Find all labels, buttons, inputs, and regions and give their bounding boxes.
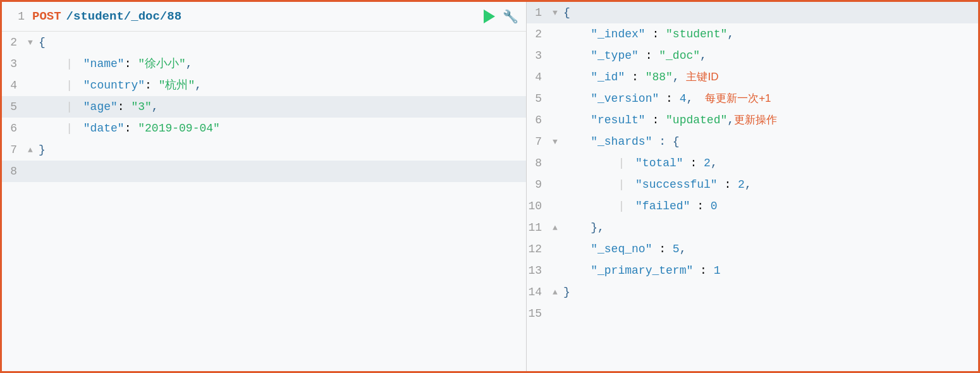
fold-indicator xyxy=(549,238,561,260)
line-number: 8 xyxy=(2,161,25,182)
line-number: 14 xyxy=(527,281,549,303)
line-number: 12 xyxy=(527,238,549,260)
fold-indicator[interactable]: ▲ xyxy=(25,139,36,161)
code-content: } xyxy=(561,281,978,303)
line-number: 2 xyxy=(527,23,549,45)
left-code-lines: 2▼{3 | "name": "徐小小",4 | "country": "杭州"… xyxy=(2,32,526,371)
left-line-2: 2▼{ xyxy=(2,32,526,53)
code-content: "_version" : 4, 每更新一次+1 xyxy=(561,88,978,109)
code-content: "_seq_no" : 5, xyxy=(561,238,978,260)
annotation: 每更新一次+1 xyxy=(693,88,771,109)
right-code-area: 1▼{2 "_index" : "student",3 "_type" : "_… xyxy=(527,2,978,371)
code-content: }, xyxy=(561,217,978,238)
fold-indicator xyxy=(549,23,561,45)
line-number: 2 xyxy=(2,32,25,53)
line-number: 15 xyxy=(527,303,549,324)
left-toolbar: 1 POST /student/_doc/88 🔧 xyxy=(2,2,526,32)
line-number: 6 xyxy=(527,109,549,131)
wrench-icon[interactable]: 🔧 xyxy=(503,9,518,25)
code-content: | "failed" : 0 xyxy=(561,195,978,217)
code-content: "_primary_term" : 1 xyxy=(561,260,978,281)
code-content: { xyxy=(561,2,978,23)
left-line-6: 6 | "date": "2019-09-04" xyxy=(2,118,526,139)
fold-indicator xyxy=(549,152,561,174)
code-content: | "total" : 2, xyxy=(561,152,978,174)
toolbar-line-number: 1 xyxy=(9,6,32,27)
fold-indicator[interactable]: ▼ xyxy=(549,2,561,23)
left-code-area: 2▼{3 | "name": "徐小小",4 | "country": "杭州"… xyxy=(2,32,526,371)
fold-indicator xyxy=(25,96,36,118)
code-content: } xyxy=(36,139,526,161)
line-number: 4 xyxy=(527,66,549,88)
right-line-12: 12 "_seq_no" : 5, xyxy=(527,238,978,260)
line-number: 9 xyxy=(527,174,549,195)
line-number: 7 xyxy=(2,139,25,161)
fold-indicator[interactable]: ▼ xyxy=(25,32,36,53)
right-line-15: 15 xyxy=(527,303,978,324)
main-container: 1 POST /student/_doc/88 🔧 2▼{3 | "name":… xyxy=(2,2,978,371)
line-number: 3 xyxy=(527,45,549,66)
fold-indicator xyxy=(549,260,561,281)
right-line-3: 3 "_type" : "_doc", xyxy=(527,45,978,66)
line-number: 7 xyxy=(527,131,549,152)
code-content: "result" : "updated",更新操作 xyxy=(561,109,978,131)
fold-indicator xyxy=(549,45,561,66)
right-line-6: 6 "result" : "updated",更新操作 xyxy=(527,109,978,131)
fold-indicator[interactable]: ▲ xyxy=(549,217,561,238)
fold-indicator xyxy=(549,109,561,131)
right-line-9: 9 | "successful" : 2, xyxy=(527,174,978,195)
annotation: 更新操作 xyxy=(734,109,777,131)
right-line-8: 8 | "total" : 2, xyxy=(527,152,978,174)
right-line-14: 14▲} xyxy=(527,281,978,303)
code-content: { xyxy=(36,32,526,53)
right-line-13: 13 "_primary_term" : 1 xyxy=(527,260,978,281)
fold-indicator xyxy=(25,75,36,96)
right-line-7: 7▼ "_shards" : { xyxy=(527,131,978,152)
fold-indicator xyxy=(25,53,36,75)
right-line-10: 10 | "failed" : 0 xyxy=(527,195,978,217)
request-url: /student/_doc/88 xyxy=(66,9,181,23)
right-line-5: 5 "_version" : 4, 每更新一次+1 xyxy=(527,88,978,109)
code-content: | "name": "徐小小", xyxy=(36,53,526,75)
code-content: | "date": "2019-09-04" xyxy=(36,118,526,139)
fold-indicator xyxy=(25,161,36,182)
line-number: 6 xyxy=(2,118,25,139)
right-line-11: 11▲ }, xyxy=(527,217,978,238)
line-number: 1 xyxy=(527,2,549,23)
toolbar-icons: 🔧 xyxy=(484,9,518,25)
code-content: "_id" : "88", 主键ID xyxy=(561,66,978,88)
line-number: 5 xyxy=(2,96,25,118)
right-line-1: 1▼{ xyxy=(527,2,978,23)
code-content: "_shards" : { xyxy=(561,131,978,152)
code-content xyxy=(36,161,526,182)
code-content: "_type" : "_doc", xyxy=(561,45,978,66)
line-number: 8 xyxy=(527,152,549,174)
left-line-5: 5 | "age": "3", xyxy=(2,96,526,118)
code-content: "_index" : "student", xyxy=(561,23,978,45)
code-content xyxy=(561,303,978,324)
fold-indicator xyxy=(549,66,561,88)
right-code-lines: 1▼{2 "_index" : "student",3 "_type" : "_… xyxy=(527,2,978,371)
line-number: 5 xyxy=(527,88,549,109)
fold-indicator xyxy=(549,195,561,217)
fold-indicator[interactable]: ▲ xyxy=(549,281,561,303)
left-panel: 1 POST /student/_doc/88 🔧 2▼{3 | "name":… xyxy=(2,2,527,371)
code-content: | "successful" : 2, xyxy=(561,174,978,195)
fold-indicator[interactable]: ▼ xyxy=(549,131,561,152)
play-button[interactable] xyxy=(484,9,495,23)
left-line-8: 8 xyxy=(2,161,526,182)
right-line-4: 4 "_id" : "88", 主键ID xyxy=(527,66,978,88)
line-number: 3 xyxy=(2,53,25,75)
line-number: 13 xyxy=(527,260,549,281)
annotation: 主键ID xyxy=(686,66,718,88)
left-line-4: 4 | "country": "杭州", xyxy=(2,75,526,96)
fold-indicator xyxy=(549,303,561,324)
line-number: 11 xyxy=(527,217,549,238)
http-method: POST xyxy=(32,9,61,23)
fold-indicator xyxy=(25,118,36,139)
right-line-2: 2 "_index" : "student", xyxy=(527,23,978,45)
code-content: | "age": "3", xyxy=(36,96,526,118)
left-line-3: 3 | "name": "徐小小", xyxy=(2,53,526,75)
line-number: 10 xyxy=(527,195,549,217)
code-content: | "country": "杭州", xyxy=(36,75,526,96)
